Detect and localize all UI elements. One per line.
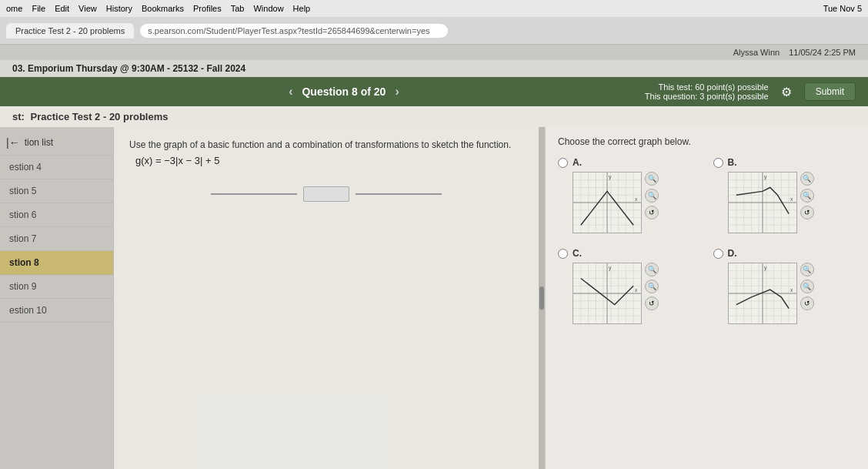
- sidebar-item-7[interactable]: stion 7: [0, 227, 113, 251]
- prev-question-button[interactable]: ‹: [289, 85, 292, 99]
- svg-text:y: y: [763, 265, 766, 271]
- choice-c-radio[interactable]: [558, 249, 568, 259]
- choice-c-content: C.: [573, 246, 659, 324]
- question-nav-center: ‹ Question 8 of 20 ›: [289, 85, 399, 99]
- svg-text:y: y: [609, 174, 612, 180]
- course-bar: 03. Emporium Thursday @ 9:30AM - 25132 -…: [0, 60, 868, 77]
- answer-choices-area: Choose the correct graph below. A.: [545, 127, 868, 469]
- user-info: Alyssa Winn 11/05/24 2:25 PM: [733, 48, 856, 57]
- sidebar-item-6[interactable]: stion 6: [0, 203, 113, 227]
- test-title-prefix: st:: [12, 111, 25, 122]
- menu-history[interactable]: History: [106, 4, 132, 13]
- choice-b-item: B.: [713, 155, 856, 233]
- svg-text:y: y: [609, 265, 612, 271]
- choice-b-label: B.: [728, 157, 737, 168]
- tab-title: Practice Test 2 - 20 problems: [15, 26, 125, 35]
- choice-b-zoom-in2[interactable]: 🔍: [800, 189, 814, 203]
- menu-profiles[interactable]: Profiles: [193, 4, 222, 13]
- url-text: s.pearson.com/Student/PlayerTest.aspx?te…: [148, 26, 429, 35]
- choice-b-graph: x y: [728, 172, 797, 233]
- menu-edit[interactable]: Edit: [55, 4, 69, 13]
- course-title: 03. Emporium Thursday @ 9:30AM - 25132 -…: [12, 63, 245, 74]
- svg-text:x: x: [635, 196, 638, 202]
- menu-view[interactable]: View: [78, 4, 97, 13]
- choice-a-graph: x y: [573, 172, 642, 233]
- choice-b-rotate[interactable]: ↺: [800, 206, 814, 219]
- body-layout: |← tion list estion 4 stion 5 stion 6 st…: [0, 127, 868, 469]
- menu-window[interactable]: Window: [253, 4, 283, 13]
- settings-icon[interactable]: ⚙: [781, 85, 792, 99]
- question-nav-bar: ‹ Question 8 of 20 › This test: 60 point…: [0, 77, 868, 106]
- choice-a-zoom-in[interactable]: 🔍: [645, 172, 659, 186]
- menu-file[interactable]: File: [32, 4, 45, 13]
- choice-d-content: D.: [728, 246, 814, 324]
- sidebar-item-4[interactable]: estion 4: [0, 156, 113, 179]
- choice-c-item: C.: [558, 246, 701, 324]
- choices-title: Choose the correct graph below.: [558, 136, 856, 147]
- svg-text:x: x: [790, 196, 793, 202]
- submit-button[interactable]: Submit: [804, 82, 856, 101]
- browser-chrome: Practice Test 2 - 20 problems s.pearson.…: [0, 17, 868, 45]
- vertical-divider[interactable]: [539, 127, 545, 469]
- info-bar: Alyssa Winn 11/05/24 2:25 PM: [0, 45, 868, 60]
- sidebar-item-9[interactable]: stion 9: [0, 275, 113, 299]
- choice-a-zoom-in2[interactable]: 🔍: [645, 189, 659, 203]
- choice-b-zoom-in[interactable]: 🔍: [800, 172, 814, 186]
- choice-b-content: B.: [728, 155, 814, 233]
- divider-handle: [539, 286, 544, 310]
- username: Alyssa Winn: [733, 48, 780, 57]
- svg-text:y: y: [763, 174, 766, 180]
- browser-tab[interactable]: Practice Test 2 - 20 problems: [6, 23, 134, 39]
- choice-d-item: D.: [713, 246, 856, 324]
- choice-d-rotate[interactable]: ↺: [800, 296, 814, 310]
- date-time: 11/05/24 2:25 PM: [789, 48, 856, 57]
- choice-d-zoom-in[interactable]: 🔍: [800, 263, 814, 276]
- mac-time: Tue Nov 5: [823, 4, 862, 13]
- mac-menu-items: ome File Edit View History Bookmarks Pro…: [6, 4, 310, 13]
- sidebar-header: |← tion list: [0, 133, 113, 156]
- question-counter: Question 8 of 20: [302, 85, 386, 98]
- address-bar[interactable]: s.pearson.com/Student/PlayerTest.aspx?te…: [140, 24, 448, 38]
- choices-grid: A.: [558, 155, 856, 324]
- choice-d-graph: x y: [728, 263, 797, 324]
- test-points: This test: 60 point(s) possible: [645, 82, 769, 92]
- choice-a-rotate[interactable]: ↺: [645, 206, 659, 219]
- svg-text:x: x: [635, 287, 638, 293]
- choice-a-item: A.: [558, 155, 701, 233]
- question-formula: g(x) = −3|x − 3| + 5: [135, 155, 523, 166]
- question-points: This question: 3 point(s) possible: [645, 92, 769, 101]
- question-instruction: Use the graph of a basic function and a …: [129, 139, 523, 150]
- sidebar-item-5[interactable]: stion 5: [0, 179, 113, 203]
- answer-input-area: [129, 179, 523, 209]
- menu-help[interactable]: Help: [293, 4, 311, 13]
- choice-a-content: A.: [573, 155, 659, 233]
- sidebar: |← tion list estion 4 stion 5 stion 6 st…: [0, 127, 114, 469]
- choice-c-zoom-in[interactable]: 🔍: [645, 263, 659, 276]
- question-area: Use the graph of a basic function and a …: [114, 127, 539, 469]
- choice-d-radio[interactable]: [713, 249, 723, 259]
- choice-d-label: D.: [728, 248, 737, 259]
- points-info: This test: 60 point(s) possible This que…: [645, 82, 769, 101]
- collapse-icon[interactable]: |←: [6, 136, 20, 149]
- choice-c-rotate[interactable]: ↺: [645, 296, 659, 310]
- menu-home[interactable]: ome: [6, 4, 22, 13]
- main-content: Alyssa Winn 11/05/24 2:25 PM 03. Emporiu…: [0, 45, 868, 469]
- sidebar-item-10[interactable]: estion 10: [0, 299, 113, 323]
- sidebar-label: tion list: [25, 137, 53, 148]
- choice-c-zoom-in2[interactable]: 🔍: [645, 280, 659, 293]
- choice-c-label: C.: [573, 248, 582, 259]
- mac-status-area: Tue Nov 5: [823, 4, 862, 13]
- test-title-text: Practice Test 2 - 20 problems: [31, 111, 169, 122]
- next-question-button[interactable]: ›: [395, 85, 399, 99]
- choice-b-radio[interactable]: [713, 158, 723, 168]
- choice-a-radio[interactable]: [558, 158, 568, 168]
- menu-tab[interactable]: Tab: [231, 4, 245, 13]
- choice-a-label: A.: [573, 157, 582, 168]
- menu-bookmarks[interactable]: Bookmarks: [142, 4, 184, 13]
- mac-menubar: ome File Edit View History Bookmarks Pro…: [0, 0, 868, 17]
- sidebar-item-8[interactable]: stion 8: [0, 251, 113, 275]
- question-nav-right: This test: 60 point(s) possible This que…: [645, 82, 856, 101]
- test-title-bar: st: Practice Test 2 - 20 problems: [0, 106, 868, 127]
- choice-d-zoom-in2[interactable]: 🔍: [800, 280, 814, 293]
- choice-c-graph: x y: [573, 263, 642, 324]
